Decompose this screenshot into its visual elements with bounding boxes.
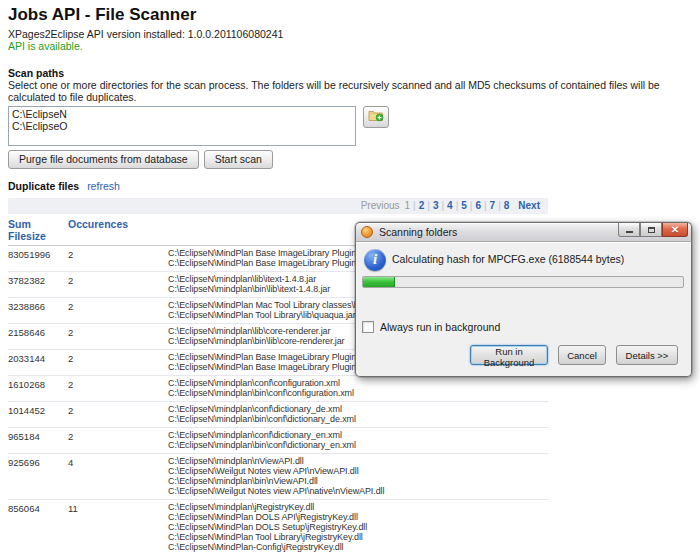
file-path: C:\EclipseN\MindPlan DOLS API\jRegistryK… [168, 512, 558, 522]
pagination-page-8[interactable]: 8 [504, 200, 510, 211]
progress-fill [363, 277, 395, 287]
info-icon: i [364, 249, 386, 271]
maximize-button[interactable] [640, 223, 662, 237]
table-row: 85606411C:\EclipseN\mindplan\jRegistryKe… [8, 500, 548, 553]
occurrences-value: 4 [68, 456, 168, 496]
file-path: C:\EclipseN\MindPlan DOLS Setup\jRegistr… [168, 522, 558, 532]
file-paths: C:\EclipseN\mindplan\conf\dictionary_en.… [168, 430, 548, 450]
dialog-titlebar[interactable]: Scanning folders ✕ [355, 222, 692, 241]
sum-filesize-value: 925696 [8, 456, 68, 496]
progress-bar [362, 276, 684, 288]
add-folder-button[interactable] [363, 106, 389, 128]
window-controls: ✕ [618, 223, 688, 237]
file-paths: C:\EclipseN\mindplan\nViewAPI.dllC:\Ecli… [168, 456, 548, 496]
file-path: C:\EclipseN\MindPlan-Config\jRegistryKey… [168, 542, 558, 552]
duplicate-files-heading: Duplicate files refresh [8, 180, 692, 192]
pagination-page-2[interactable]: 2 [419, 200, 425, 211]
pagination-next[interactable]: Next [518, 200, 540, 211]
occurrences-value: 2 [68, 300, 168, 320]
page-title: Jobs API - File Scanner [8, 5, 692, 25]
file-path: C:\EclipseN\mindplan\conf\dictionary_en.… [168, 430, 548, 440]
close-button[interactable]: ✕ [662, 223, 688, 237]
cancel-button[interactable]: Cancel [558, 345, 606, 365]
always-run-checkbox[interactable] [362, 321, 374, 333]
occurrences-value: 2 [68, 274, 168, 294]
occurrences-value: 2 [68, 404, 168, 424]
scan-paths-label: Scan paths [8, 67, 692, 79]
pagination-page-6[interactable]: 6 [475, 200, 481, 211]
sum-filesize-value: 965184 [8, 430, 68, 450]
sum-filesize-value: 3782382 [8, 274, 68, 294]
file-path: C:\EclipseN\Weilgut Notes view API\nativ… [168, 486, 548, 496]
scanning-folders-dialog: Scanning folders ✕ i Calculating hash fo… [355, 222, 692, 377]
minimize-icon [626, 231, 633, 233]
refresh-link[interactable]: refresh [87, 180, 120, 192]
minimize-button[interactable] [618, 223, 640, 237]
pagination-page-4[interactable]: 4 [447, 200, 453, 211]
occurrences-value: 2 [68, 248, 168, 268]
scan-actions: Purge file documents from database Start… [8, 150, 692, 169]
always-run-label: Always run in background [380, 321, 500, 333]
file-paths: C:\EclipseN\mindplan\conf\dictionary_de.… [168, 404, 548, 424]
table-row: 9256964C:\EclipseN\mindplan\nViewAPI.dll… [8, 454, 548, 500]
close-icon: ✕ [671, 225, 679, 235]
file-path: C:\EclipseN\mindplan\jRegistryKey.dll [168, 502, 558, 512]
pagination: Previous1|2|3|4|5|6|7|8Next [8, 198, 548, 214]
sum-filesize-value: 1610268 [8, 378, 68, 398]
file-path: C:\EclipseN\Weilgut Notes view API\nView… [168, 466, 548, 476]
pagination-previous: Previous [361, 200, 400, 211]
maximize-icon [648, 227, 655, 233]
table-row: 16102682C:\EclipseN\mindplan\conf\config… [8, 376, 548, 402]
details-button[interactable]: Details >> [616, 345, 678, 365]
sum-filesize-value: 2158646 [8, 326, 68, 346]
file-path: C:\EclipseN\MindPlan Tool Library\jRegis… [168, 532, 558, 542]
scan-paths-row: C:\EclipseN C:\EclipseO [8, 106, 692, 146]
occurrences-value: 2 [68, 430, 168, 450]
table-row: 10144522C:\EclipseN\mindplan\conf\dictio… [8, 402, 548, 428]
file-path: C:\EclipseN\mindplan\nViewAPI.dll [168, 456, 548, 466]
file-path: C:\EclipseN\mindplan\conf\dictionary_de.… [168, 404, 548, 414]
file-path: C:\EclipseN\mindplan\conf\configuration.… [168, 378, 548, 388]
file-paths: C:\EclipseN\mindplan\conf\configuration.… [168, 378, 548, 398]
dialog-body: i Calculating hash for MPCFG.exe (618854… [355, 241, 692, 377]
file-path: C:\EclipseN\mindplan\bin\conf\configurat… [168, 388, 548, 398]
occurrences-value: 2 [68, 326, 168, 346]
api-status-text: API is available. [8, 40, 692, 52]
file-path: C:\EclipseN\mindplan\bin\nViewAPI.dll [168, 476, 548, 486]
pagination-page-5[interactable]: 5 [461, 200, 467, 211]
dialog-message: Calculating hash for MPCFG.exe (6188544 … [392, 253, 624, 265]
run-in-background-button[interactable]: Run in Background [470, 345, 548, 365]
sum-filesize-value: 856064 [8, 502, 68, 553]
file-path: C:\EclipseN\mindplan\bin\conf\dictionary… [168, 440, 548, 450]
dialog-buttons: Run in Background Cancel Details >> [470, 345, 678, 365]
app-icon [361, 226, 373, 238]
folder-plus-icon [368, 108, 384, 126]
column-sum-filesize[interactable]: Sum Filesize [8, 218, 68, 242]
sum-filesize-value: 1014452 [8, 404, 68, 424]
occurrences-value: 11 [68, 502, 168, 553]
scan-paths-input[interactable]: C:\EclipseN C:\EclipseO [8, 106, 356, 146]
pagination-page-3[interactable]: 3 [433, 200, 439, 211]
pagination-page-7[interactable]: 7 [490, 200, 496, 211]
pagination-page-current: 1 [405, 200, 411, 211]
table-row: 9651842C:\EclipseN\mindplan\conf\diction… [8, 428, 548, 454]
sum-filesize-value: 83051996 [8, 248, 68, 268]
sum-filesize-value: 2033144 [8, 352, 68, 372]
occurrences-value: 2 [68, 352, 168, 372]
sum-filesize-value: 3238866 [8, 300, 68, 320]
api-version-text: XPages2Eclipse API version installed: 1.… [8, 28, 692, 40]
column-occurences[interactable]: Occurences [68, 218, 168, 242]
occurrences-value: 2 [68, 378, 168, 398]
file-path: C:\EclipseN\mindplan\bin\conf\dictionary… [168, 414, 548, 424]
dialog-title: Scanning folders [379, 226, 457, 238]
purge-button[interactable]: Purge file documents from database [8, 150, 199, 169]
duplicate-files-title: Duplicate files [8, 180, 79, 192]
scan-paths-description: Select one or more directories for the s… [8, 79, 692, 103]
file-paths: C:\EclipseN\mindplan\jRegistryKey.dllC:\… [168, 502, 558, 553]
always-run-row: Always run in background [362, 321, 500, 333]
start-scan-button[interactable]: Start scan [204, 150, 273, 169]
